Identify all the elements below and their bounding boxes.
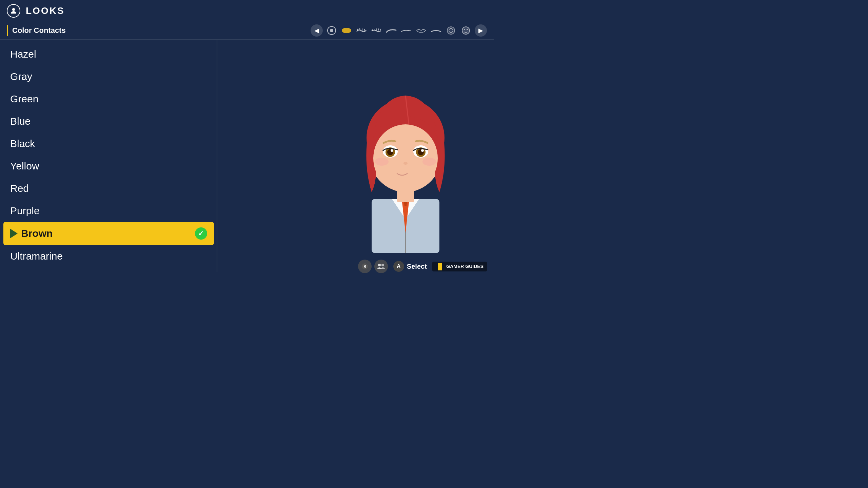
a-button[interactable]: A xyxy=(393,261,404,272)
color-label: Yellow xyxy=(10,160,39,172)
list-item[interactable]: Ultramarine xyxy=(0,245,217,267)
color-label: Ultramarine xyxy=(10,250,63,262)
lip-style-icon[interactable] xyxy=(415,24,427,37)
character-preview xyxy=(217,40,494,272)
svg-point-27 xyxy=(391,149,393,152)
eye-circle-icon[interactable] xyxy=(326,24,338,37)
brow-style3-icon[interactable] xyxy=(430,24,442,37)
svg-point-31 xyxy=(421,149,424,152)
color-label: Green xyxy=(10,93,38,105)
checkmark-icon: ✓ xyxy=(195,227,207,240)
gg-logo-icon: ▐▌ xyxy=(436,263,445,270)
svg-point-34 xyxy=(422,158,436,166)
bottom-icons: R xyxy=(358,260,388,273)
svg-point-13 xyxy=(447,27,455,34)
r-button-icon[interactable]: R xyxy=(358,260,372,273)
select-hint: Select xyxy=(407,263,427,270)
header: LOOKS xyxy=(0,0,494,22)
svg-line-7 xyxy=(364,29,364,31)
people-icon[interactable] xyxy=(374,260,388,273)
lash-style1-icon[interactable] xyxy=(355,24,368,37)
selected-color-item[interactable]: Brown ✓ xyxy=(3,222,214,245)
color-list: Hazel Gray Green Blue Black Yellow Red P… xyxy=(0,40,217,272)
lash-style2-icon[interactable] xyxy=(370,24,382,37)
svg-point-37 xyxy=(378,264,381,266)
color-label: Black xyxy=(10,138,35,149)
gamer-guides-badge: ▐▌ GAMER GUIDES xyxy=(432,262,487,271)
svg-point-16 xyxy=(464,29,465,30)
character-illustration xyxy=(324,43,487,260)
color-label: Gray xyxy=(10,71,32,82)
category-title: Color Contacts xyxy=(12,26,307,35)
svg-point-3 xyxy=(342,28,351,33)
category-bar: Color Contacts ◀ xyxy=(0,22,494,40)
svg-point-0 xyxy=(12,8,15,11)
main-content: Hazel Gray Green Blue Black Yellow Red P… xyxy=(0,40,494,272)
eye-circle2-icon[interactable] xyxy=(445,24,457,37)
gg-text: GAMER GUIDES xyxy=(446,264,484,269)
page-title: LOOKS xyxy=(26,5,65,16)
selected-color-label: Brown xyxy=(21,228,195,239)
next-arrow[interactable]: ▶ xyxy=(475,24,487,37)
category-indicator xyxy=(7,25,8,36)
brow-style2-icon[interactable] xyxy=(400,24,412,37)
color-label: Purple xyxy=(10,205,40,217)
face-style-icon[interactable] xyxy=(460,24,472,37)
list-item[interactable]: Purple xyxy=(0,200,217,222)
svg-point-17 xyxy=(467,29,468,30)
svg-point-15 xyxy=(462,27,470,34)
list-item[interactable]: Blue xyxy=(0,110,217,133)
svg-line-5 xyxy=(360,28,360,30)
prev-arrow[interactable]: ◀ xyxy=(311,24,323,37)
list-item[interactable]: Black xyxy=(0,133,217,155)
svg-line-9 xyxy=(374,28,374,30)
svg-point-32 xyxy=(403,162,408,165)
svg-point-2 xyxy=(330,29,333,32)
list-item[interactable]: Red xyxy=(0,177,217,200)
color-label: Hazel xyxy=(10,48,36,60)
svg-text:R: R xyxy=(363,265,366,268)
list-item[interactable]: Yellow xyxy=(0,155,217,177)
toolbar-icons: ◀ xyxy=(311,24,487,37)
svg-line-11 xyxy=(378,28,379,30)
svg-point-33 xyxy=(375,158,389,166)
selected-arrow-icon xyxy=(10,229,18,238)
color-label: Blue xyxy=(10,116,31,127)
looks-icon xyxy=(7,4,20,18)
brow-style1-icon[interactable] xyxy=(385,24,397,37)
leaf-icon[interactable] xyxy=(340,24,353,37)
list-item[interactable]: Gray xyxy=(0,65,217,88)
svg-line-12 xyxy=(380,29,381,31)
list-item[interactable]: Hazel xyxy=(0,43,217,65)
color-label: Red xyxy=(10,183,29,194)
list-item[interactable]: Green xyxy=(0,88,217,110)
svg-point-38 xyxy=(381,264,384,266)
bottom-bar: R A Select ▐▌ GAMER GUIDES xyxy=(351,256,494,277)
